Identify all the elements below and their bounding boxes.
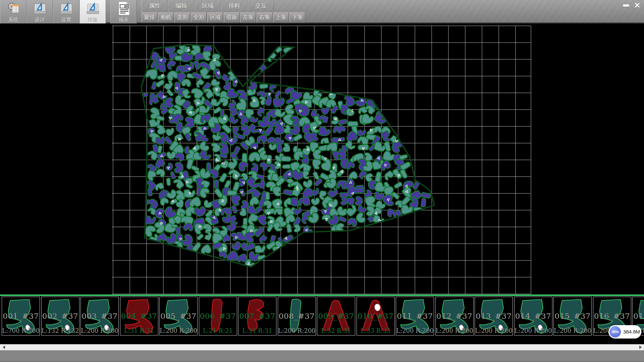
menu-row-2: 聚排相机选割全割区域瑕疵左靠右靠上靠下靠 (142, 12, 305, 23)
piece-id-label: 001_#37 (2, 312, 40, 320)
menu2-button-2[interactable]: 相机 (158, 12, 174, 23)
nesting-canvas[interactable] (0, 24, 644, 294)
close-button[interactable]: ✕ (633, 1, 642, 9)
menu2-button-6[interactable]: 瑕疵 (224, 12, 239, 23)
memory-value: 384.8M (623, 325, 640, 339)
piece-thumbnail-009_#37[interactable]: 009_#37L:32 R:31 (317, 297, 355, 336)
app-window: 系统设计设置排版报表 属性编辑区域排料交互 聚排相机选割全割区域瑕疵左靠右靠上靠… (0, 0, 644, 362)
piece-thumbnail-002_#37[interactable]: 002_#37L:132 R:132 (41, 297, 79, 336)
piece-id-label: 003_#37 (81, 312, 118, 320)
piece-lr-label: L:31 R:31 (238, 327, 276, 334)
layout-ruler-icon (86, 1, 100, 17)
status-bar (0, 350, 644, 362)
menu2-button-9[interactable]: 上靠 (273, 12, 289, 23)
piece-lr-label: L:200 R:200 (278, 327, 316, 334)
piece-lr-label: L:700 R:700 (2, 327, 40, 334)
main-button-2[interactable]: 设计 (26, 0, 53, 23)
piece-thumbnail-007_#37[interactable]: 007_#37L:31 R:31 (238, 297, 276, 336)
piece-thumbnail-003_#37[interactable]: 003_#37L:200 R:200 (80, 297, 119, 336)
menu2-button-7[interactable]: 左靠 (240, 12, 256, 23)
progress-percent: 38% (611, 330, 619, 334)
horizontal-scrollbar[interactable] (0, 344, 644, 350)
scroll-right-button[interactable] (637, 344, 643, 350)
piece-id-label: 002_#37 (42, 312, 79, 320)
menu2-button-1[interactable]: 聚排 (142, 12, 157, 23)
main-button-5[interactable]: 报表 (110, 0, 137, 23)
piece-id-label: 016_#37 (593, 312, 631, 320)
main-button-label: 排版 (88, 17, 98, 22)
piece-id-label: 009_#37 (317, 312, 355, 320)
window-controls: ✕ (621, 1, 642, 9)
piece-thumbnail-012_#37[interactable]: 012_#37L:200 R:200 (435, 297, 474, 336)
piece-lr-label: L:200 R:200 (436, 327, 473, 334)
settings-ruler-icon (59, 1, 74, 17)
piece-thumbnail-013_#37[interactable]: 013_#37L:200 R:200 (475, 297, 513, 336)
main-button-3[interactable]: 设置 (53, 0, 79, 23)
piece-lr-label: L:21 R:21 (199, 327, 237, 334)
menu1-button-3[interactable]: 区域 (195, 0, 221, 12)
minimize-button[interactable] (621, 1, 631, 9)
piece-lr-label: L:200 R:200 (475, 327, 513, 334)
piece-lr-label: L:32 R:31 (317, 327, 355, 334)
piece-thumbnail-005_#37[interactable]: 005_#37L:200 R:200 (159, 297, 198, 336)
piece-lr-label: L:200 R:200 (554, 327, 591, 334)
piece-id-label: 012_#37 (436, 312, 473, 320)
minimize-icon (623, 4, 629, 7)
piece-id-label: 011_#37 (396, 312, 434, 320)
chevron-left-icon (3, 346, 5, 349)
piece-id-label: 006_#37 (199, 312, 237, 320)
menu2-button-5[interactable]: 区域 (207, 12, 223, 23)
report-document-icon (116, 1, 131, 17)
design-ruler-icon (33, 1, 47, 17)
main-button-label: 系统 (8, 17, 18, 22)
progress-badge: 38% 384.8M (608, 325, 641, 339)
piece-id-label: 005_#37 (160, 312, 197, 320)
close-icon: ✕ (634, 2, 640, 9)
menu1-button-5[interactable]: 交互 (248, 0, 274, 12)
piece-thumbnail-004_#37[interactable]: 004_#37L:31 R:31 (120, 297, 158, 336)
piece-lr-label: L:31 R:31 (120, 327, 158, 334)
piece-id-label: 010_#37 (357, 312, 394, 320)
piece-id-label: 013_#37 (475, 312, 513, 320)
toolbar: 系统设计设置排版报表 属性编辑区域排料交互 聚排相机选割全割区域瑕疵左靠右靠上靠… (0, 0, 644, 23)
piece-id-label: 015_#37 (554, 312, 591, 320)
menu1-button-1[interactable]: 属性 (142, 0, 168, 12)
piece-thumbnail-010_#37[interactable]: 010_#37L:33 R:33 (357, 297, 395, 336)
main-button-label: 设置 (61, 17, 71, 22)
piece-id-label: 014_#37 (515, 312, 552, 320)
piece-id-label: 008_#37 (278, 312, 316, 320)
piece-lr-label: L:200 R:200 (81, 327, 118, 334)
main-button-group: 系统设计设置排版报表 (0, 0, 137, 23)
pieces-strip: 001_#37L:700 R:700002_#37L:132 R:132003_… (0, 296, 644, 336)
main-button-label: 设计 (35, 17, 45, 22)
main-button-label: 报表 (119, 17, 129, 22)
piece-lr-label: L:200 R:200 (160, 327, 197, 334)
piece-thumbnail-008_#37[interactable]: 008_#37L:200 R:200 (278, 297, 316, 336)
menu1-button-4[interactable]: 排料 (221, 0, 248, 12)
piece-lr-label: L:33 R:33 (357, 327, 394, 334)
scroll-left-button[interactable] (1, 344, 7, 350)
piece-thumbnail-001_#37[interactable]: 001_#37L:700 R:700 (2, 297, 40, 336)
piece-id-label: 004_#37 (120, 312, 158, 320)
menu-row-1: 属性编辑区域排料交互 (142, 0, 274, 12)
nesting-canvas-svg (0, 24, 644, 294)
menu2-button-10[interactable]: 下靠 (289, 12, 305, 23)
piece-id-label: 007_#37 (238, 312, 276, 320)
menu2-button-3[interactable]: 选割 (174, 12, 190, 23)
system-gear-icon (6, 1, 21, 17)
piece-thumbnail-011_#37[interactable]: 011_#37L:200 R:200 (396, 297, 434, 336)
piece-thumbnail-015_#37[interactable]: 015_#37L:200 R:200 (553, 297, 592, 336)
main-button-1[interactable]: 系统 (0, 0, 26, 23)
main-button-4[interactable]: 排版 (79, 0, 106, 23)
piece-thumbnail-014_#37[interactable]: 014_#37L:200 R:200 (514, 297, 552, 336)
chevron-right-icon (639, 346, 642, 349)
piece-lr-label: L:200 R:200 (515, 327, 552, 334)
menu2-button-8[interactable]: 右靠 (257, 12, 272, 23)
piece-thumbnail-006_#37[interactable]: 006_#37L:21 R:21 (199, 297, 237, 336)
piece-lr-label: L:132 R:132 (42, 327, 79, 334)
progress-circle: 38% (609, 326, 621, 338)
piece-id-label: 017_#37 (633, 312, 644, 320)
menu2-button-4[interactable]: 全割 (191, 12, 207, 23)
menu1-button-2[interactable]: 编辑 (168, 0, 195, 12)
piece-lr-label: L:200 R:200 (396, 327, 434, 334)
